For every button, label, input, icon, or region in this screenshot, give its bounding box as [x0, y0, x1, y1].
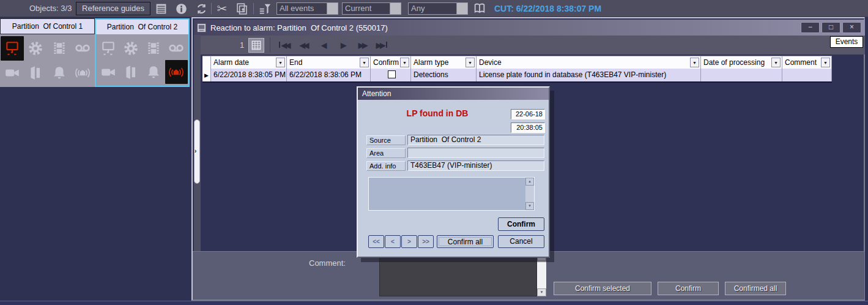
info-icon[interactable] [174, 2, 188, 15]
refresh-icon[interactable] [194, 2, 209, 15]
gear-icon[interactable] [24, 36, 47, 61]
door-icon[interactable] [119, 60, 142, 84]
last-alarm-button[interactable]: >> [418, 235, 434, 248]
next-alarm-button[interactable]: > [401, 235, 417, 248]
events-table: Alarm date▼ End▼ Confirm▼ Alarm type▼ De… [202, 56, 832, 83]
current-filter-value: Current [343, 3, 390, 14]
dialog-headline: LP found in DB [388, 108, 486, 118]
first-record-icon[interactable]: ◀◀ [275, 38, 292, 53]
monitor-network-icon[interactable] [97, 36, 119, 60]
siren-icon[interactable] [71, 61, 94, 85]
cut-scissors-icon[interactable]: ✂ [215, 2, 229, 15]
fast-back-icon[interactable]: ◀◀ [295, 38, 312, 53]
log-list-icon[interactable] [154, 2, 168, 15]
chevron-down-icon[interactable]: ▼ [276, 58, 285, 67]
toolbar-separator [270, 37, 270, 53]
next-record-icon[interactable]: ▶ [334, 38, 351, 53]
chevron-down-icon[interactable]: ▼ [400, 58, 409, 67]
column-header-confirm[interactable]: Confirm▼ [371, 56, 411, 69]
column-header-alarm-type[interactable]: Alarm type▼ [411, 56, 477, 69]
current-filter-dropdown[interactable]: Current [342, 2, 401, 15]
source-field[interactable]: Partition Of Control 2 [407, 135, 544, 145]
column-header-date-of-processing[interactable]: Date of processing▼ [701, 56, 782, 69]
partition-1-icons [0, 34, 95, 87]
table-row[interactable]: 6/22/2018 8:38:05 PM 6/22/2018 8:38:06 P… [202, 69, 832, 81]
confirmed-all-button[interactable]: Confirmed all [725, 282, 786, 295]
monitor-network-icon[interactable] [1, 36, 24, 61]
column-header-alarm-date[interactable]: Alarm date▼ [211, 56, 287, 69]
camera-icon[interactable] [1, 61, 24, 85]
window-title: Reaction to alarm: Partition Of Control … [210, 23, 388, 32]
paste-copy-icon[interactable] [234, 2, 249, 15]
dialog-title: Attention [362, 89, 391, 98]
close-button[interactable]: × [842, 22, 861, 33]
dropdown-button[interactable] [456, 3, 467, 14]
event-filter-value: All events [277, 3, 327, 14]
dialog-time-field: 20:38:05 [511, 122, 545, 133]
dialog-confirm-button[interactable]: Confirm [498, 217, 544, 231]
dialog-textarea[interactable] [368, 177, 535, 211]
confirm-selected-button[interactable]: Confirm selected [554, 282, 651, 295]
dropdown-button[interactable] [390, 3, 401, 14]
chevron-down-icon[interactable]: ▼ [771, 58, 781, 67]
reference-guides-button[interactable]: Reference guides [76, 2, 150, 15]
dialog-confirm-all-button[interactable]: Confirm all [437, 235, 494, 248]
column-header-end[interactable]: End▼ [287, 56, 371, 69]
cell-device: License plate found in database (T463EB4… [477, 69, 701, 81]
film-strip-icon[interactable] [48, 36, 71, 61]
previous-record-icon[interactable]: ◀ [314, 38, 332, 53]
dialog-scrollbar[interactable] [525, 178, 534, 210]
area-field[interactable] [407, 148, 544, 158]
window-icon [197, 23, 206, 32]
first-alarm-button[interactable]: << [368, 235, 384, 248]
film-strip-icon[interactable] [143, 36, 165, 60]
objects-count: Objects: 3/3 [29, 0, 72, 17]
scroll-down-icon[interactable] [525, 202, 534, 210]
area-label: Area [366, 148, 406, 158]
maximize-button[interactable]: □ [822, 22, 840, 33]
book-icon[interactable] [472, 2, 487, 15]
addinfo-field[interactable]: T463EB47 (VIP-minister) [407, 160, 544, 171]
chevron-down-icon[interactable]: ▼ [690, 58, 699, 67]
comment-scrollbar[interactable] [537, 253, 546, 296]
cell-confirm [371, 69, 411, 81]
events-button[interactable]: Events [830, 36, 863, 48]
voicemail-icon[interactable] [71, 36, 94, 61]
fast-forward-icon[interactable]: ▶▶ [354, 38, 371, 53]
row-selector-header [202, 56, 211, 69]
scroll-up-icon[interactable] [525, 178, 534, 186]
scroll-down-icon[interactable] [537, 288, 546, 296]
any-filter-dropdown[interactable]: Any [408, 2, 468, 15]
column-header-device[interactable]: Device▼ [477, 56, 701, 69]
any-filter-value: Any [409, 3, 456, 14]
previous-alarm-button[interactable]: < [385, 235, 401, 248]
bell-icon[interactable] [48, 61, 71, 85]
confirm-checkbox[interactable] [388, 70, 396, 78]
gear-icon[interactable] [119, 36, 142, 60]
partition-2-title: Partition Of Control 2 [96, 20, 188, 34]
expand-arrow-icon: › [195, 148, 196, 154]
voicemail-icon[interactable] [165, 36, 188, 60]
table-header-row: Alarm date▼ End▼ Confirm▼ Alarm type▼ De… [202, 56, 832, 69]
dropdown-button[interactable] [327, 3, 338, 14]
dialog-cancel-button[interactable]: Cancel [498, 235, 544, 248]
table-view-icon[interactable] [248, 38, 264, 53]
last-record-icon[interactable]: ▶▶ [373, 38, 390, 53]
comment-textarea[interactable] [379, 253, 537, 296]
camera-icon[interactable] [97, 60, 119, 84]
dialog-titlebar[interactable]: Attention [358, 88, 549, 100]
chevron-down-icon[interactable]: ▼ [360, 58, 369, 67]
door-icon[interactable] [24, 61, 47, 85]
minimize-button[interactable]: − [801, 22, 820, 33]
confirm-button[interactable]: Confirm [658, 282, 719, 295]
comment-footer-area: Comment: Confirm selected Confirm Confir… [193, 251, 864, 299]
partition-panel-1: Partition Of Control 1 [0, 18, 95, 87]
chevron-down-icon[interactable]: ▼ [821, 58, 830, 67]
bell-icon[interactable] [143, 60, 165, 84]
event-filter-dropdown[interactable]: All events [276, 2, 338, 15]
siren-icon[interactable] [165, 60, 188, 84]
window-titlebar[interactable]: Reaction to alarm: Partition Of Control … [194, 20, 865, 36]
column-header-comment[interactable]: Comment▼ [782, 56, 832, 69]
filter-funnel-icon[interactable] [258, 2, 272, 15]
chevron-down-icon[interactable]: ▼ [466, 58, 475, 67]
